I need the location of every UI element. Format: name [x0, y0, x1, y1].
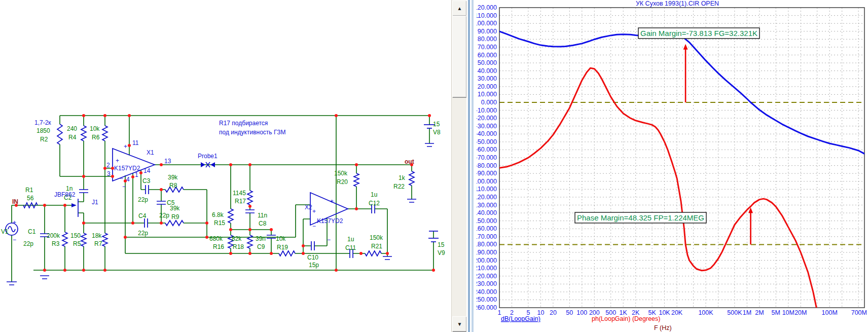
schematic-label: 39k — [168, 174, 178, 181]
scroll-thumb[interactable] — [452, 16, 467, 98]
x-tick-label: 20M — [794, 309, 807, 316]
schematic-label: 11n — [258, 212, 267, 219]
resistor — [409, 171, 414, 186]
y-tick-label: -200.000 — [477, 257, 497, 264]
schematic-label: + — [116, 157, 119, 164]
schematic-label: 1u — [371, 191, 377, 198]
resistor — [365, 251, 381, 256]
schematic-label: X1 — [147, 149, 154, 156]
schematic-label: IN — [12, 198, 18, 205]
schematic-label: + — [124, 143, 127, 150]
x-tick-label: 100 — [576, 309, 587, 316]
y-tick-label: 50.000 — [478, 59, 497, 66]
resistor — [81, 126, 86, 141]
y-tick-label: -240.000 — [477, 288, 497, 296]
y-tick-label: 90.000 — [478, 28, 497, 35]
x-tick-label: 10M — [782, 309, 794, 316]
y-tick-label: -140.000 — [477, 209, 497, 216]
schematic-label: R17 — [235, 198, 246, 205]
legend-gain[interactable]: dB(LoopGain) — [501, 315, 540, 322]
schematic-label: R5 — [73, 240, 81, 247]
probe-icon — [201, 162, 215, 167]
y-tick-label: -220.000 — [477, 273, 497, 280]
schematic-label: 2 — [106, 162, 110, 169]
x-tick-label: 500K — [727, 309, 742, 316]
schematic-label: 10k — [90, 125, 100, 132]
schematic-label: 4 — [126, 176, 130, 183]
y-tick-label: -250.000 — [477, 296, 497, 303]
schematic-label: R1 — [25, 187, 33, 194]
y-tick-label: -80.000 — [477, 162, 497, 169]
schematic-label: 11 — [132, 139, 139, 146]
phase-margin-label[interactable]: Phase Margin=48.325 FP=1.224MEG — [575, 212, 706, 223]
y-tick-label: -160.000 — [477, 225, 497, 232]
capacitor — [144, 218, 148, 228]
resistor — [102, 126, 107, 141]
y-tick-label: -230.000 — [477, 280, 497, 287]
x-tick-label: 100K — [698, 309, 713, 316]
schematic-label: out — [405, 158, 414, 165]
plot-title: УК Сухов 1993(1).CIR OPEN — [636, 0, 719, 7]
y-tick-label: -150.000 — [477, 217, 497, 225]
y-tick-label: 70.000 — [478, 44, 497, 51]
gain-margin-label[interactable]: Gain Margin=-73.813 FG=32.321K — [638, 28, 760, 39]
y-tick-label: 10.000 — [478, 91, 497, 98]
scroll-down-button[interactable]: ▼ — [452, 316, 467, 332]
schematic-label: 1850 — [37, 127, 50, 134]
schematic-label: C1 — [28, 228, 36, 235]
y-tick-label: 120.000 — [477, 4, 497, 11]
y-tick-label: -260.000 — [477, 304, 497, 311]
capacitor — [146, 185, 149, 194]
curve-gain — [499, 31, 864, 154]
y-tick-label: -100.000 — [477, 178, 497, 185]
pane-splitter[interactable] — [466, 0, 477, 332]
schematic-label: 1145 — [233, 190, 246, 197]
schematic-label: R6 — [92, 134, 100, 141]
resistor — [81, 233, 86, 246]
schematic-label: 150k — [334, 170, 348, 177]
x-tick-label: 20K — [671, 309, 683, 316]
schematic-label: 10k — [276, 235, 286, 242]
plot-curves — [499, 31, 864, 308]
plot-legend: dB(LoopGain) ph(LoopGain) (Degrees) F (H… — [501, 315, 672, 331]
schematic-label: 39k — [170, 205, 180, 212]
plot-grid — [499, 8, 864, 308]
y-tick-label: -110.000 — [477, 186, 497, 193]
capacitor — [245, 210, 255, 213]
schematic-label: K157YD2 — [317, 217, 343, 225]
resistor — [247, 191, 252, 205]
y-tick-label: 80.000 — [478, 35, 497, 43]
schematic-label: 1 — [135, 171, 138, 178]
schematic-label: R4 — [68, 134, 77, 141]
y-tick-label: -180.000 — [477, 241, 497, 248]
capacitor — [311, 241, 314, 250]
schematic-label: 3 — [107, 170, 111, 177]
schematic-label: R3 — [52, 240, 60, 247]
schematic-label: − — [312, 223, 316, 230]
svg-text:Gain Margin=-73.813 FG=32.321K: Gain Margin=-73.813 FG=32.321K — [640, 29, 757, 38]
y-tick-label: -120.000 — [477, 194, 497, 201]
y-tick-label: -130.000 — [477, 202, 497, 209]
schematic-label: 15 — [433, 121, 440, 128]
y-tick-label: -60.000 — [477, 146, 497, 153]
x-tick-label: 1M — [743, 309, 751, 316]
scroll-up-button[interactable]: ▲ — [452, 1, 467, 16]
schematic-label: C9 — [257, 243, 265, 250]
schematic-label: R17 подбирается — [219, 120, 268, 127]
schematic-label: V8 — [433, 129, 441, 136]
schematic-label: C10 — [307, 254, 318, 261]
resistor — [228, 209, 233, 223]
schematic-scrollbar[interactable]: ▲ ▼ — [451, 0, 467, 332]
schematic-label: − — [120, 175, 123, 182]
schematic-label: 18k — [92, 232, 102, 239]
x-tick-label: 10K — [659, 309, 670, 316]
schematic-label: R16 — [213, 243, 224, 250]
schematic-canvas[interactable]: V1+−INR156C122p200kR31,7-2к1850R2240R41n… — [0, 0, 451, 332]
schematic-label: 22p — [138, 230, 148, 237]
capacitor — [267, 235, 276, 238]
plot-canvas[interactable]: УК Сухов 1993(1).CIR OPEN 120.000110.000… — [477, 0, 868, 332]
schematic-label: 13 — [164, 158, 171, 165]
schematic-label: 240 — [67, 125, 77, 132]
curve-phase — [499, 68, 816, 308]
resistor — [165, 220, 184, 226]
